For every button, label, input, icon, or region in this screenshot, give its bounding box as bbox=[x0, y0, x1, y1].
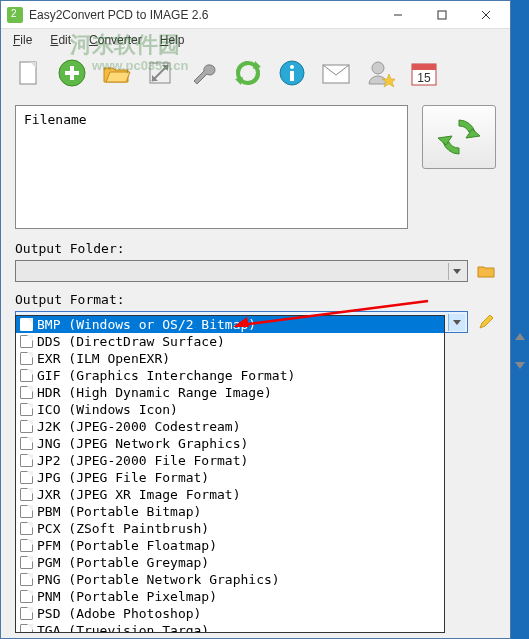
settings-button[interactable] bbox=[185, 54, 223, 92]
menu-edit[interactable]: Edit bbox=[42, 31, 79, 49]
file-list[interactable]: Filename bbox=[15, 105, 408, 229]
file-icon bbox=[20, 607, 33, 620]
svg-rect-17 bbox=[290, 71, 294, 81]
format-option[interactable]: JPG (JPEG File Format) bbox=[16, 469, 444, 486]
format-option-label: PBM (Portable Bitmap) bbox=[37, 504, 201, 519]
open-folder-button[interactable] bbox=[97, 54, 135, 92]
file-icon bbox=[20, 420, 33, 433]
scroll-up-icon[interactable] bbox=[513, 330, 527, 342]
file-icon bbox=[20, 454, 33, 467]
new-file-button[interactable] bbox=[9, 54, 47, 92]
svg-point-16 bbox=[290, 65, 294, 69]
maximize-icon bbox=[437, 10, 447, 20]
file-icon bbox=[20, 318, 33, 331]
format-option[interactable]: TGA (Truevision Targa) bbox=[16, 622, 444, 633]
svg-marker-14 bbox=[235, 77, 243, 85]
minimize-button[interactable] bbox=[376, 2, 420, 28]
content-area: Filename bbox=[1, 95, 510, 239]
close-button[interactable] bbox=[464, 2, 508, 28]
browse-folder-button[interactable] bbox=[476, 262, 496, 280]
resize-icon bbox=[146, 59, 174, 87]
file-icon bbox=[20, 573, 33, 586]
format-option[interactable]: EXR (ILM OpenEXR) bbox=[16, 350, 444, 367]
format-option[interactable]: JP2 (JPEG-2000 File Format) bbox=[16, 452, 444, 469]
format-option[interactable]: BMP (Windows or OS/2 Bitmap) bbox=[16, 316, 444, 333]
format-option-label: ICO (Windows Icon) bbox=[37, 402, 178, 417]
file-icon bbox=[20, 539, 33, 552]
format-option-label: JPG (JPEG File Format) bbox=[37, 470, 209, 485]
user-button[interactable] bbox=[361, 54, 399, 92]
format-option-label: TGA (Truevision Targa) bbox=[37, 623, 209, 633]
format-option-label: JXR (JPEG XR Image Format) bbox=[37, 487, 241, 502]
file-icon bbox=[20, 403, 33, 416]
mail-icon bbox=[321, 61, 351, 85]
format-option[interactable]: ICO (Windows Icon) bbox=[16, 401, 444, 418]
file-icon bbox=[20, 505, 33, 518]
close-icon bbox=[481, 10, 491, 20]
file-icon bbox=[20, 437, 33, 450]
menu-help[interactable]: Help bbox=[152, 31, 193, 49]
toolbar: 15 bbox=[1, 51, 510, 95]
new-file-icon bbox=[14, 59, 42, 87]
format-option[interactable]: GIF (Graphics Interchange Format) bbox=[16, 367, 444, 384]
format-option-label: PNM (Portable Pixelmap) bbox=[37, 589, 217, 604]
file-icon bbox=[20, 369, 33, 382]
maximize-button[interactable] bbox=[420, 2, 464, 28]
calendar-button[interactable]: 15 bbox=[405, 54, 443, 92]
refresh-button[interactable] bbox=[229, 54, 267, 92]
output-folder-label: Output Folder: bbox=[1, 239, 510, 260]
chevron-down-icon bbox=[448, 314, 465, 331]
edit-format-button[interactable] bbox=[476, 313, 496, 331]
file-icon bbox=[20, 590, 33, 603]
titlebar: Easy2Convert PCD to IMAGE 2.6 bbox=[1, 1, 510, 29]
format-option[interactable]: PCX (ZSoft Paintbrush) bbox=[16, 520, 444, 537]
menu-converter[interactable]: Converter bbox=[81, 31, 150, 49]
wrench-icon bbox=[190, 59, 218, 87]
mail-button[interactable] bbox=[317, 54, 355, 92]
convert-button[interactable] bbox=[422, 105, 496, 169]
folder-open-icon bbox=[477, 263, 495, 279]
format-option[interactable]: PSD (Adobe Photoshop) bbox=[16, 605, 444, 622]
format-option-label: PSD (Adobe Photoshop) bbox=[37, 606, 201, 621]
format-option[interactable]: JXR (JPEG XR Image Format) bbox=[16, 486, 444, 503]
format-option[interactable]: PNG (Portable Network Graphics) bbox=[16, 571, 444, 588]
format-option-label: PCX (ZSoft Paintbrush) bbox=[37, 521, 209, 536]
format-option[interactable]: DDS (DirectDraw Surface) bbox=[16, 333, 444, 350]
folder-icon bbox=[101, 60, 131, 86]
svg-rect-1 bbox=[438, 11, 446, 19]
format-option[interactable]: PFM (Portable Floatmap) bbox=[16, 537, 444, 554]
format-option[interactable]: JNG (JPEG Network Graphics) bbox=[16, 435, 444, 452]
file-icon bbox=[20, 522, 33, 535]
chevron-down-icon bbox=[448, 263, 465, 280]
add-button[interactable] bbox=[53, 54, 91, 92]
format-option[interactable]: HDR (High Dynamic Range Image) bbox=[16, 384, 444, 401]
format-option[interactable]: PGM (Portable Greymap) bbox=[16, 554, 444, 571]
file-icon bbox=[20, 624, 33, 633]
svg-marker-26 bbox=[453, 269, 461, 274]
format-option[interactable]: PNM (Portable Pixelmap) bbox=[16, 588, 444, 605]
format-option-label: PGM (Portable Greymap) bbox=[37, 555, 209, 570]
convert-icon bbox=[436, 114, 482, 160]
info-icon bbox=[278, 59, 306, 87]
window-title: Easy2Convert PCD to IMAGE 2.6 bbox=[29, 8, 376, 22]
format-option-label: HDR (High Dynamic Range Image) bbox=[37, 385, 272, 400]
format-option-label: PNG (Portable Network Graphics) bbox=[37, 572, 280, 587]
format-option-label: J2K (JPEG-2000 Codestream) bbox=[37, 419, 241, 434]
format-dropdown[interactable]: BMP (Windows or OS/2 Bitmap)DDS (DirectD… bbox=[15, 315, 445, 633]
format-option[interactable]: J2K (JPEG-2000 Codestream) bbox=[16, 418, 444, 435]
format-option[interactable]: PBM (Portable Bitmap) bbox=[16, 503, 444, 520]
scroll-down-icon[interactable] bbox=[513, 358, 527, 370]
output-folder-combo[interactable] bbox=[15, 260, 468, 282]
info-button[interactable] bbox=[273, 54, 311, 92]
refresh-icon bbox=[233, 58, 263, 88]
file-icon bbox=[20, 488, 33, 501]
format-option-label: PFM (Portable Floatmap) bbox=[37, 538, 217, 553]
format-option-label: DDS (DirectDraw Surface) bbox=[37, 334, 225, 349]
svg-text:15: 15 bbox=[417, 71, 431, 85]
resize-button[interactable] bbox=[141, 54, 179, 92]
format-option-label: BMP (Windows or OS/2 Bitmap) bbox=[37, 317, 256, 332]
menu-file[interactable]: File bbox=[5, 31, 40, 49]
pencil-icon bbox=[478, 314, 494, 330]
add-icon bbox=[57, 58, 87, 88]
svg-marker-27 bbox=[453, 320, 461, 325]
